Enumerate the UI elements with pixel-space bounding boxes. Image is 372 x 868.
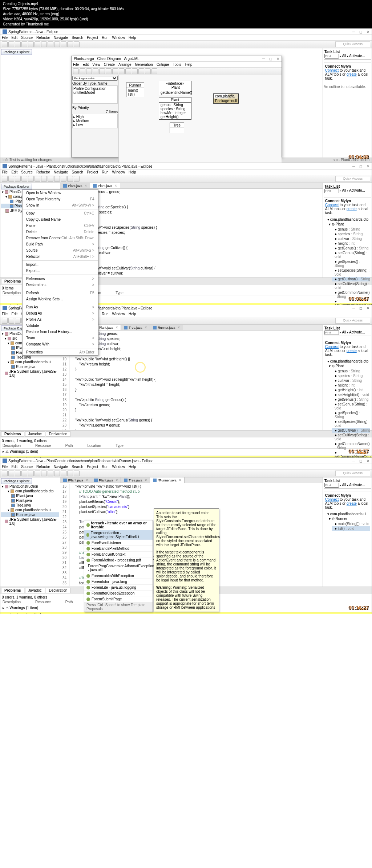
menu-project[interactable]: Project [87,36,98,40]
context-menu-item[interactable]: Export... [23,268,98,274]
problems-tab[interactable]: Javadoc [25,431,45,437]
close-icon[interactable]: ✕ [367,30,369,34]
menu-refactor[interactable]: Refactor [36,465,50,469]
quick-access-field[interactable]: Quick Access [335,176,370,182]
menu-refactor[interactable]: Refactor [36,36,50,40]
toolbar-button[interactable] [35,41,40,47]
menu-edit[interactable]: Edit [82,63,89,67]
tasklist-find-field[interactable] [324,483,339,488]
problems-tab[interactable]: Declaration [46,431,71,437]
tasklist-find-field[interactable] [324,188,339,193]
problems-tab[interactable]: Problems [1,431,24,437]
menu-generation[interactable]: Generation [135,63,153,67]
outline-item[interactable]: ● cultivar : String [332,378,370,383]
column-header[interactable]: Location [87,444,101,448]
outline-view[interactable]: ▾ com.plantflashcards.ui ▾ ⊖ Runner ● ma… [324,511,371,532]
outline-item[interactable]: ● species : String [332,373,370,378]
editor-tab[interactable]: Tree.java× [121,325,150,330]
autocomplete-item[interactable]: ForeBandsPixelMethod [84,546,153,552]
menu-run[interactable]: Run [102,312,108,316]
menu-edit[interactable]: Edit [11,465,17,469]
outline-item[interactable]: ● genus : String [332,227,370,232]
context-menu-item[interactable]: PropertiesAlt+Enter [23,349,98,355]
menu-project[interactable]: Project [87,170,98,174]
window-controls[interactable]: ─◻✕ [352,30,369,34]
uml-class-tree[interactable]: Tree [170,123,184,133]
outline-item[interactable]: ● main(String[]) : void [332,521,370,526]
context-menu-item[interactable]: Profile As> [23,316,98,323]
menu-window[interactable]: Window [112,36,125,40]
outline-item[interactable]: ● getHeight() : int [332,388,370,392]
toolbar-button[interactable] [67,41,73,47]
menu-edit[interactable]: Edit [11,36,17,40]
context-menu-item[interactable]: PasteCtrl+V [23,223,98,229]
toolbar-button[interactable] [2,41,8,47]
context-menu-item[interactable]: Declarations> [23,282,98,288]
menu-help[interactable]: Help [129,170,136,174]
menu-navigate[interactable]: Navigate [54,36,68,40]
menu-critique[interactable]: Critique [157,63,169,67]
perspective-select[interactable]: Package-centric [72,76,118,81]
menu-search[interactable]: Search [72,36,83,40]
autocomplete-item[interactable]: ForeEventListener [84,540,153,546]
menu-run[interactable]: Run [102,465,108,469]
package-explorer[interactable]: Package Explorer ▾ PlantConstruction ▾ c… [0,477,60,587]
menu-tools[interactable]: Tools [173,63,181,67]
tasklist-find-field[interactable] [324,330,339,335]
outline-item[interactable]: ● getGenus() : String [332,397,370,402]
menu-window[interactable]: Window [112,465,125,469]
toolbar[interactable]: Quick Access [0,470,372,477]
autocomplete-item[interactable]: ForemSubmitPage [84,596,153,602]
autocomplete-item[interactable]: ForeBandSetContext [84,552,153,557]
uml-canvas[interactable]: Runnermain() list() «interface»IPlantget… [119,75,282,163]
context-menu-item[interactable]: CopyCtrl+C [23,210,98,216]
outline-item[interactable]: ● setGenus(String) : void [332,402,370,411]
menu-navigate[interactable]: Navigate [54,170,68,174]
menu-search[interactable]: Search [72,465,83,469]
priority-medium[interactable]: ▸ Medium [73,119,117,123]
column-header[interactable]: Path [65,444,73,448]
outline-item[interactable]: ● setGenus(String) : void [332,251,370,259]
argouml-navigator[interactable]: Package-centric Order By Type, Name Prof… [72,75,119,163]
outline-item[interactable]: ● setCultivar(String) : void [332,281,370,290]
context-menu-item[interactable]: RefactorAlt+Shift+T > [23,253,98,260]
column-header[interactable]: Path [65,600,73,604]
problems-tab[interactable]: Problems [1,279,24,284]
autocomplete-item[interactable]: ForemtterClosedException [84,591,153,596]
outline-item[interactable]: ● setSpecies(String) : void [332,268,370,277]
toolbar[interactable]: Quick Access [0,41,372,48]
outline-item[interactable]: ● setHeight(int) : void [332,392,370,397]
toolbar-button[interactable] [54,41,60,47]
context-menu-item[interactable]: Copy Qualified Name [23,216,98,223]
menu-file[interactable]: File [2,312,8,316]
outline-item[interactable]: ● getSpecies() : String [332,259,370,268]
context-menu-item[interactable]: Show InAlt+Shift+W > [23,202,98,208]
argouml-menubar[interactable]: FileEditViewCreateArrangeGenerationCriti… [72,62,282,68]
outline-item[interactable]: ● setSpecies(String) : void [332,419,370,428]
column-header[interactable]: Resource [35,444,51,448]
editor-tabs[interactable]: IPlant.java×Plant.java×Tree.java×*Runner… [60,477,323,483]
editor-tab[interactable]: Tree.java× [121,477,150,483]
column-header[interactable]: Type [116,291,124,295]
context-menu-item[interactable]: Open Type HierarchyF4 [23,196,98,202]
outline-item[interactable]: ● species : String [332,232,370,236]
outline-item[interactable]: ● setCultivar(String) : void [332,433,370,441]
problems-tab[interactable]: Problems [1,588,24,593]
menu-create[interactable]: Create [104,63,115,67]
mylyn-create-link[interactable]: create [347,72,357,76]
menu-help[interactable]: Help [129,36,136,40]
menu-help[interactable]: Help [129,465,136,469]
autocomplete-item[interactable]: ForemcableWithException [84,573,153,579]
menu-edit[interactable]: Edit [11,312,17,316]
menu-window[interactable]: Window [112,170,125,174]
package-explorer-tab[interactable]: Package Explorer [1,184,32,189]
toolbar-button[interactable] [48,41,53,47]
maximize-icon[interactable]: ◻ [269,57,272,61]
context-menu-item[interactable]: References> [23,276,98,282]
toolbar-button[interactable] [74,41,80,47]
toolbar-button[interactable] [21,41,27,47]
context-menu-item[interactable]: DeleteDelete [23,229,98,235]
autocomplete-item[interactable]: Foregroundaction - java.swing.text.Style… [84,530,153,540]
menu-source[interactable]: Source [21,170,33,174]
menu-file[interactable]: File [2,36,8,40]
